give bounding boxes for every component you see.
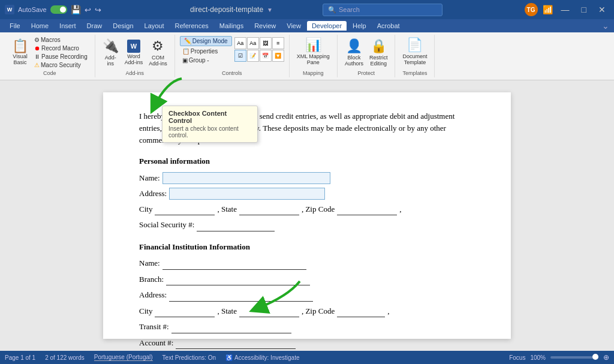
control-aa1[interactable]: Aa: [234, 37, 246, 49]
ribbon-toolbar: 📋 VisualBasic ⚙ Macros ⏺ Record Macro ⏸ …: [0, 32, 614, 80]
design-mode-button[interactable]: ✏️ Design Mode: [180, 36, 232, 46]
branch-label: Branch:: [139, 273, 164, 285]
com-icon: ⚙: [152, 38, 164, 54]
ribbon-group-protect: 👤 BlockAuthors 🔒 RestrictEditing Protect: [338, 35, 396, 77]
restrict-editing-button[interactable]: 🔒 RestrictEditing: [367, 37, 390, 68]
zoom-slider[interactable]: [550, 356, 598, 359]
city-state-zip-line: City , State , Zip Code ,: [139, 203, 475, 216]
control-list[interactable]: ≡: [272, 37, 284, 49]
macro-security-button[interactable]: ⚠ Macro Security: [32, 61, 90, 69]
autosave-toggle[interactable]: [50, 5, 67, 14]
record-macro-button[interactable]: ⏺ Record Macro: [32, 44, 90, 52]
zip-field[interactable]: [337, 203, 397, 216]
code-group-label: Code: [43, 69, 56, 76]
wifi-icon: 📶: [543, 5, 553, 14]
xml-mapping-button[interactable]: 📊 XML MappingPane: [294, 36, 332, 67]
fi-name-line: Name:: [139, 257, 475, 270]
pause-icon: ⏸: [34, 53, 40, 60]
design-mode-icon: ✏️: [184, 38, 191, 44]
fi-zip-field[interactable]: [337, 305, 385, 318]
transit-line: Transit #:: [139, 321, 475, 333]
green-arrow-2: [252, 278, 306, 316]
menu-references[interactable]: References: [170, 21, 213, 31]
record-icon: ⏺: [34, 45, 40, 52]
add-ins-button[interactable]: 🔌 Add-ins: [100, 37, 121, 68]
document-template-button[interactable]: 📄 DocumentTemplate: [400, 36, 429, 67]
zoom-thumb[interactable]: [592, 354, 598, 360]
template-icon: 📄: [407, 37, 423, 53]
ribbon-group-addins: 🔌 Add-ins W WordAdd-ins ⚙ COMAdd-ins Add…: [95, 35, 175, 77]
user-avatar: TG: [525, 3, 538, 16]
menu-review[interactable]: Review: [249, 21, 281, 31]
com-add-ins-button[interactable]: ⚙ COMAdd-ins: [146, 37, 170, 68]
menu-insert[interactable]: Insert: [55, 21, 81, 31]
branch-line: Branch:: [139, 273, 475, 286]
fi-zip-label: , Zip Code: [302, 305, 335, 317]
name-field-line: Name:: [139, 172, 475, 184]
search-box[interactable]: 🔍 Search: [323, 4, 443, 16]
menu-acrobat[interactable]: Acrobat: [372, 21, 405, 31]
group-button[interactable]: ▣ Group -: [180, 56, 232, 64]
undo-icon[interactable]: ↩: [85, 5, 91, 14]
control-date[interactable]: 📅: [260, 50, 272, 62]
financial-section: Financial Institution Information Name: …: [139, 241, 475, 351]
ribbon-collapse-icon[interactable]: ⌄: [602, 21, 609, 31]
accessibility-status[interactable]: ♿ Accessibility: Investigate: [225, 354, 299, 361]
control-aa2[interactable]: Aa: [247, 37, 259, 49]
fi-city-state-zip-line: City , State , Zip Code ,: [139, 305, 475, 318]
menu-mailings[interactable]: Mailings: [215, 21, 248, 31]
xml-icon: 📊: [305, 37, 321, 53]
state-field[interactable]: [239, 203, 299, 216]
menu-developer[interactable]: Developer: [307, 21, 347, 31]
title-bar: W AutoSave 💾 ↩ ↪ direct-deposit-template…: [0, 0, 614, 19]
control-img[interactable]: 🖼: [260, 37, 272, 49]
focus-button[interactable]: Focus: [509, 354, 525, 361]
control-text[interactable]: 📝: [247, 50, 259, 62]
properties-button[interactable]: 📋 Properties: [180, 47, 232, 55]
address-field-line: Address:: [139, 188, 475, 200]
control-checkbox[interactable]: ☑: [234, 50, 246, 62]
menu-file[interactable]: File: [5, 21, 25, 31]
status-bar: Page 1 of 1 2 of 122 words Portuguese (P…: [0, 351, 614, 364]
security-icon: ⚠: [34, 62, 40, 68]
language-indicator[interactable]: Portuguese (Portugal): [94, 354, 153, 361]
menu-design[interactable]: Design: [108, 21, 138, 31]
close-button[interactable]: ✕: [595, 5, 609, 14]
fi-city-field[interactable]: [155, 305, 215, 318]
fi-address-label: Address:: [139, 289, 167, 301]
account-field[interactable]: [176, 337, 296, 350]
menu-draw[interactable]: Draw: [82, 21, 107, 31]
transit-field[interactable]: [171, 321, 291, 333]
ribbon-group-code: 📋 VisualBasic ⚙ Macros ⏺ Record Macro ⏸ …: [5, 35, 95, 77]
name-control[interactable]: [162, 172, 330, 184]
control-dropdown[interactable]: 🔽: [272, 50, 284, 62]
accessibility-icon: ♿: [225, 354, 233, 361]
pause-recording-button[interactable]: ⏸ Pause Recording: [32, 53, 90, 61]
block-authors-button[interactable]: 👤 BlockAuthors: [342, 37, 366, 68]
maximize-button[interactable]: □: [578, 5, 590, 14]
search-placeholder: Search: [339, 6, 360, 13]
word-count: 2 of 122 words: [45, 354, 85, 361]
zip-label: , Zip Code: [302, 203, 335, 215]
city-field[interactable]: [155, 203, 215, 216]
word-add-ins-button[interactable]: W WordAdd-ins: [122, 38, 146, 67]
minimize-button[interactable]: —: [558, 5, 573, 14]
visual-basic-button[interactable]: 📋 VisualBasic: [10, 38, 31, 67]
title-bar-center: direct-deposit-template ▼: [156, 5, 307, 14]
menu-home[interactable]: Home: [26, 21, 53, 31]
menu-layout[interactable]: Layout: [140, 21, 169, 31]
address-control[interactable]: [169, 188, 325, 200]
page-indicator: Page 1 of 1: [5, 354, 35, 361]
save-icon[interactable]: 💾: [71, 5, 81, 14]
zoom-in-icon[interactable]: ⊕: [603, 353, 609, 362]
dropdown-icon[interactable]: ▼: [267, 7, 273, 13]
templates-group-label: Templates: [402, 69, 427, 76]
fi-name-field[interactable]: [162, 257, 306, 270]
ssn-label: Social Security #:: [139, 219, 194, 231]
menu-view[interactable]: View: [282, 21, 306, 31]
menu-help[interactable]: Help: [348, 21, 371, 31]
macros-button[interactable]: ⚙ Macros: [32, 36, 90, 44]
redo-icon[interactable]: ↪: [95, 5, 101, 14]
ssn-field[interactable]: [197, 219, 275, 231]
search-icon: 🔍: [328, 6, 336, 14]
